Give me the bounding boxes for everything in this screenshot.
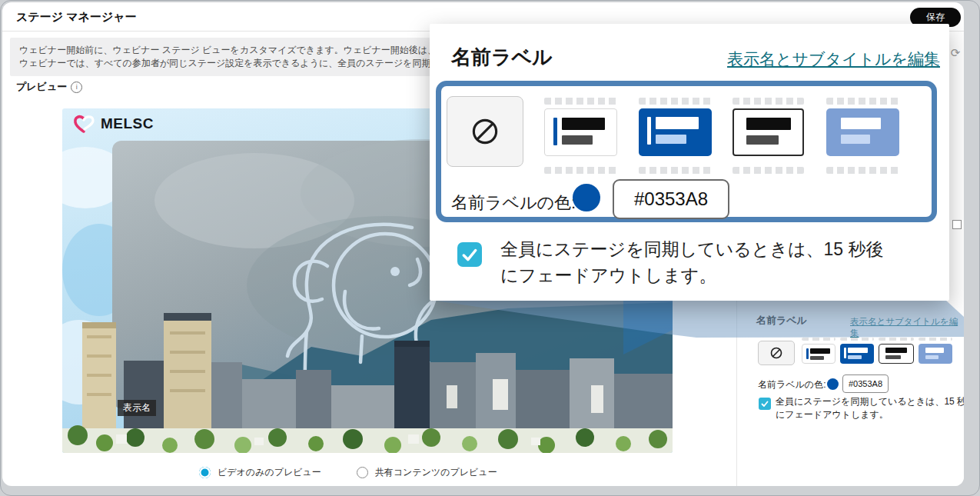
label-style-none-option[interactable] — [758, 341, 795, 365]
highlight-box-handle[interactable] — [952, 220, 962, 229]
ghost-row — [826, 98, 899, 105]
label-style-translucent-option[interactable] — [826, 108, 899, 156]
heart-logo-icon — [73, 113, 96, 135]
panel-edit-display-name-link[interactable]: 表示名とサブタイトルを編集 — [850, 316, 964, 339]
ghost-row — [639, 98, 712, 105]
ghost-row — [802, 338, 835, 341]
ghost-row — [544, 167, 617, 174]
label-style-light-plain-option[interactable] — [879, 344, 914, 364]
panel-name-label-title: 名前ラベル — [756, 314, 807, 328]
treeline — [62, 425, 673, 453]
panel-color-hex-field[interactable]: #0353A8 — [842, 374, 889, 393]
label-style-translucent-option[interactable] — [919, 344, 952, 364]
radio-selected-icon[interactable] — [199, 467, 211, 478]
window-frame: ステージ マネージャー 保存 ウェビナー開始前に、ウェビナー ステージ ビューを… — [0, 0, 980, 496]
label-style-none-option[interactable] — [447, 96, 523, 167]
check-icon — [761, 400, 769, 408]
preview-heading-label: プレビュー — [16, 80, 67, 94]
no-label-icon — [770, 347, 782, 359]
check-icon — [461, 246, 478, 263]
brand-name: MELSC — [101, 115, 154, 132]
ghost-row — [544, 98, 617, 105]
name-label-zoom-popup: 名前ラベル 表示名とサブタイトルを編集 — [430, 24, 949, 301]
ghost-row — [733, 98, 804, 105]
panel-fadeout-checkbox[interactable] — [759, 398, 771, 410]
brand-logo: MELSC — [73, 113, 154, 135]
popup-color-label: 名前ラベルの色: — [451, 191, 576, 215]
label-style-light-accent-option[interactable] — [802, 344, 835, 364]
preview-heading: プレビュー i — [16, 80, 82, 94]
panel-fadeout-text-line2: にフェードアウトします。 — [776, 408, 889, 421]
info-icon[interactable]: i — [71, 82, 82, 93]
label-style-light-accent-option[interactable] — [544, 108, 617, 156]
popup-fadeout-text-line2: にフェードアウトします。 — [500, 264, 716, 288]
popup-color-hex-field[interactable]: #0353A8 — [613, 179, 729, 219]
ghost-row — [733, 167, 804, 174]
panel-color-swatch[interactable] — [827, 378, 839, 390]
popup-edit-display-name-link[interactable]: 表示名とサブタイトルを編集 — [727, 48, 940, 70]
ghost-row — [919, 338, 952, 341]
refresh-icon[interactable]: ⟳ — [949, 47, 962, 59]
no-label-icon — [471, 118, 499, 145]
ghost-row — [840, 338, 874, 341]
radio-video-only[interactable]: ビデオのみのプレビュー — [199, 466, 321, 479]
app-content: ステージ マネージャー 保存 ウェビナー開始前に、ウェビナー ステージ ビューを… — [2, 2, 964, 486]
popup-name-label-title: 名前ラベル — [451, 44, 553, 71]
label-style-blue-accent-option[interactable] — [840, 344, 874, 364]
display-name-tag: 表示名 — [118, 400, 156, 416]
label-style-blue-accent-option[interactable] — [639, 108, 712, 156]
label-style-light-plain-option[interactable] — [733, 108, 804, 156]
radio-shared-content[interactable]: 共有コンテンツのプレビュー — [357, 466, 497, 479]
popup-fadeout-text-line1: 全員にステージを同期しているときは、15 秒後 — [500, 238, 883, 261]
ghost-row — [639, 167, 712, 174]
panel-color-label: 名前ラベルの色: — [758, 378, 826, 391]
ghost-row — [879, 338, 914, 341]
ghost-row — [826, 167, 899, 174]
radio-unselected-icon[interactable] — [357, 467, 368, 478]
page-title: ステージ マネージャー — [16, 10, 137, 25]
popup-fadeout-checkbox[interactable] — [457, 242, 482, 267]
popup-color-swatch[interactable] — [573, 184, 600, 211]
preview-mode-radios: ビデオのみのプレビュー 共有コンテンツのプレビュー — [199, 466, 497, 479]
panel-fadeout-text-line1: 全員にステージを同期しているときは、15 秒後 — [776, 395, 964, 408]
